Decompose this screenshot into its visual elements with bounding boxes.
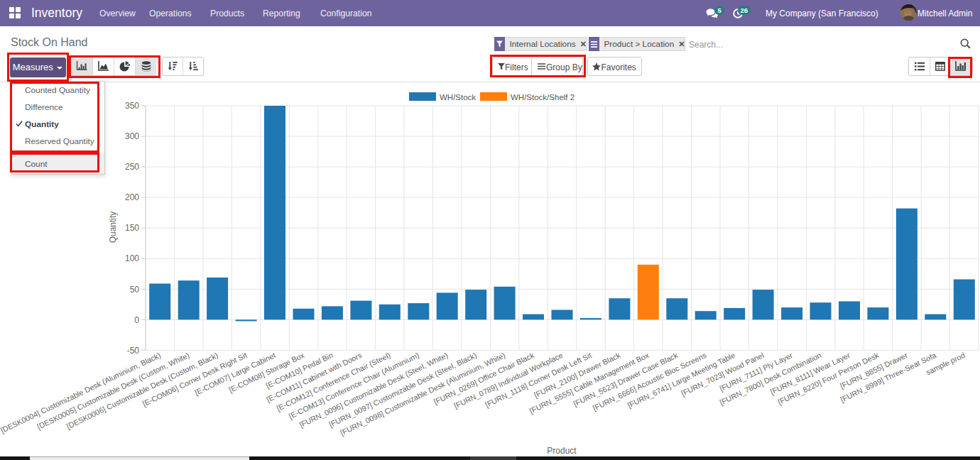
svg-text:WH/Stock/Shelf 2: WH/Stock/Shelf 2	[511, 93, 575, 102]
svg-text:350: 350	[125, 101, 139, 111]
svg-text:WH/Stock: WH/Stock	[440, 93, 476, 102]
svg-text:-50: -50	[127, 346, 140, 356]
svg-text:150: 150	[125, 223, 139, 233]
svg-text:250: 250	[125, 162, 139, 172]
svg-text:100: 100	[125, 253, 139, 263]
svg-text:300: 300	[125, 131, 139, 141]
svg-text:200: 200	[125, 192, 139, 202]
svg-text:0: 0	[134, 315, 139, 325]
svg-text:Quantity: Quantity	[108, 212, 118, 243]
svg-text:50: 50	[130, 285, 140, 295]
svg-text:Product: Product	[547, 446, 577, 456]
